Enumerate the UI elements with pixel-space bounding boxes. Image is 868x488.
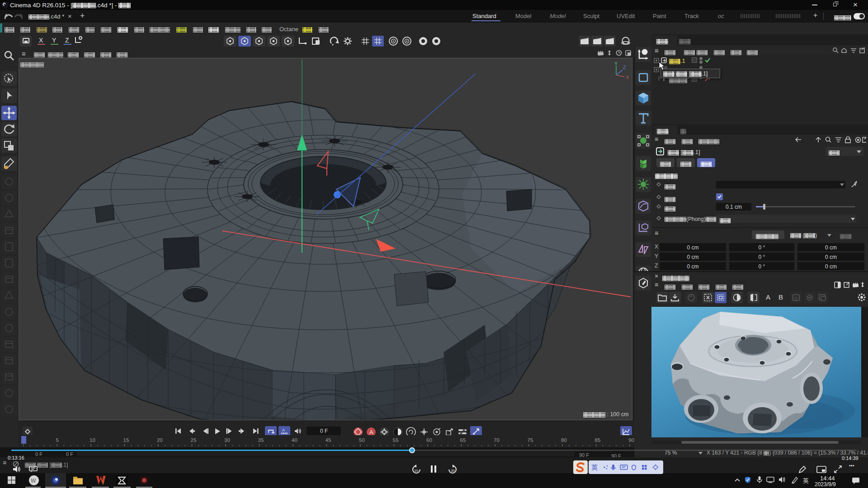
svg-text:15: 15	[123, 437, 129, 443]
svg-text:5: 5	[56, 437, 59, 443]
svg-text:40: 40	[292, 437, 297, 443]
svg-text:45: 45	[326, 437, 331, 443]
svg-text:35: 35	[258, 437, 264, 443]
svg-text:30: 30	[224, 437, 230, 443]
svg-text:A: A	[282, 428, 285, 432]
svg-text:30: 30	[451, 469, 455, 473]
svg-text:85: 85	[595, 437, 601, 443]
svg-text:75: 75	[528, 437, 533, 443]
svg-text:70: 70	[494, 437, 500, 443]
svg-text:X: X	[626, 75, 629, 80]
svg-text:G: G	[794, 296, 797, 300]
svg-text:10: 10	[414, 469, 418, 473]
svg-text:A: A	[369, 429, 373, 436]
svg-text:Y: Y	[614, 61, 618, 66]
svg-text:65: 65	[460, 437, 466, 443]
svg-text:60: 60	[426, 437, 432, 443]
svg-text:80: 80	[561, 437, 567, 443]
svg-text:Z: Z	[623, 65, 626, 70]
svg-text:20: 20	[157, 437, 163, 443]
svg-text:W: W	[31, 478, 36, 484]
svg-text:25: 25	[191, 437, 197, 443]
svg-text:50: 50	[359, 437, 365, 443]
svg-text:90: 90	[628, 437, 634, 443]
svg-text:10: 10	[90, 437, 95, 443]
svg-text:55: 55	[393, 437, 399, 443]
